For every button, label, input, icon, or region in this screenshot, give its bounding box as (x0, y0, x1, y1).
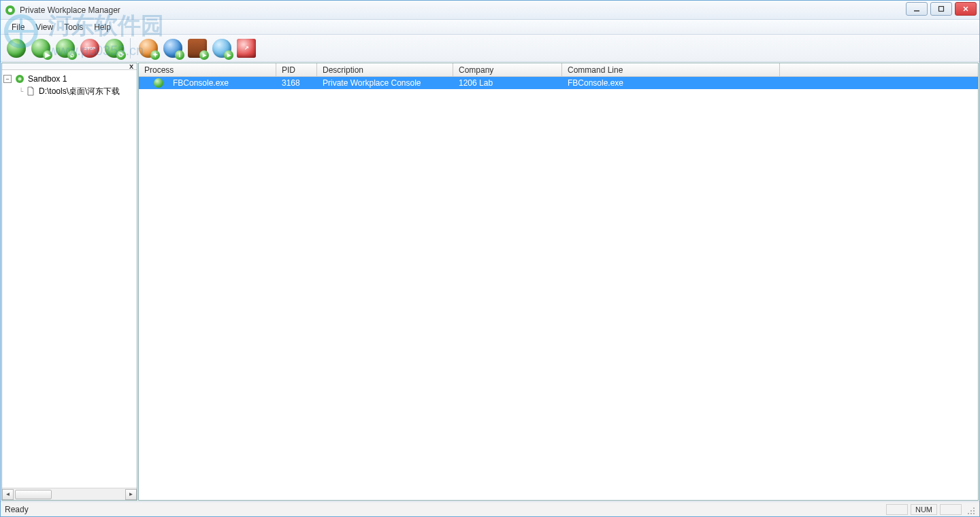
info-icon: i (163, 39, 182, 58)
process-icon (154, 78, 163, 88)
tb-refresh[interactable]: ⟳ (103, 37, 126, 60)
maximize-button[interactable] (930, 2, 952, 16)
tree-header: x (2, 63, 137, 70)
col-filler (780, 63, 978, 76)
explore-icon: ⌕ (56, 39, 75, 58)
list-header: Process PID Description Company Command … (139, 63, 978, 77)
cell-pid: 3168 (276, 78, 317, 88)
tree-child-label: D:\tools\桌面\河东下载 (39, 86, 120, 97)
sandbox-icon (14, 73, 25, 84)
minimize-button[interactable] (906, 2, 928, 16)
svg-point-12 (970, 513, 972, 514)
svg-point-13 (973, 513, 975, 514)
settings-icon: ✦ (139, 39, 158, 58)
catalog-icon: ▸ (188, 39, 207, 58)
box-icon (7, 39, 26, 58)
list-body[interactable]: FBConsole.exe 3168 Private Workplace Con… (139, 77, 978, 500)
process-row[interactable]: FBConsole.exe 3168 Private Workplace Con… (139, 77, 978, 89)
tree-hscrollbar[interactable]: ◄ ► (2, 488, 137, 500)
scroll-right-icon[interactable]: ► (125, 489, 137, 500)
tb-play-sandbox[interactable]: ▶ (29, 37, 52, 60)
pdf-icon: ↗ (237, 39, 256, 58)
svg-point-7 (18, 78, 22, 81)
svg-point-1 (8, 8, 12, 12)
menu-bar: File View Tools Help (1, 20, 979, 35)
sandbox-tree-panel: x − Sandbox 1 └ D:\tools\桌面\河东下载 (1, 63, 137, 501)
cell-description: Private Workplace Console (317, 78, 453, 88)
tree-collapse-icon[interactable]: − (3, 75, 12, 83)
menu-file[interactable]: File (6, 20, 30, 34)
toolbar-separator (130, 38, 133, 59)
cell-process: FBConsole.exe (167, 78, 276, 88)
content-area: x − Sandbox 1 └ D:\tools\桌面\河东下载 (1, 62, 979, 501)
play-icon: ▶ (31, 39, 50, 58)
tb-catalog[interactable]: ▸ (186, 37, 209, 60)
menu-view[interactable]: View (30, 20, 59, 34)
tb-stop-sandbox[interactable]: STOP (78, 37, 101, 60)
tree-root-row[interactable]: − Sandbox 1 (3, 73, 135, 85)
col-pid[interactable]: PID (276, 63, 317, 76)
tb-explore-sandbox[interactable]: ⌕ (54, 37, 77, 60)
svg-point-9 (970, 510, 972, 512)
resize-grip-icon[interactable] (964, 504, 975, 515)
tree-child-row[interactable]: └ D:\tools\桌面\河东下载 (3, 85, 135, 97)
app-icon (5, 5, 16, 16)
row-icon-cell (139, 78, 167, 88)
svg-point-8 (973, 507, 975, 509)
document-icon (25, 86, 36, 97)
title-bar: Private Workplace Manager (1, 1, 979, 20)
cell-company: 1206 Lab (453, 78, 562, 88)
col-company[interactable]: Company (453, 63, 562, 76)
scroll-thumb[interactable] (15, 490, 52, 499)
tree-branch-icon: └ (17, 88, 25, 95)
cell-command-line: FBConsole.exe (562, 78, 780, 88)
tb-new-sandbox[interactable] (5, 37, 28, 60)
scroll-left-icon[interactable]: ◄ (2, 489, 14, 500)
globe-icon: ▸ (212, 39, 231, 58)
status-bar: Ready NUM (1, 501, 979, 516)
col-description[interactable]: Description (317, 63, 453, 76)
toolbar: ▶ ⌕ STOP ⟳ ✦ i ▸ ▸ ↗ (1, 35, 979, 62)
tree-body[interactable]: − Sandbox 1 └ D:\tools\桌面\河东下载 (2, 70, 137, 488)
process-list-panel: Process PID Description Company Command … (138, 63, 979, 501)
menu-help[interactable]: Help (88, 20, 116, 34)
tb-pdf[interactable]: ↗ (235, 37, 258, 60)
tb-settings[interactable]: ✦ (137, 37, 160, 60)
window-controls (903, 2, 977, 16)
window-title: Private Workplace Manager (20, 5, 120, 15)
status-num: NUM (911, 504, 937, 515)
refresh-icon: ⟳ (105, 39, 124, 58)
stop-icon: STOP (80, 39, 99, 58)
tb-info[interactable]: i (161, 37, 184, 60)
tb-globe[interactable]: ▸ (210, 37, 233, 60)
close-button[interactable] (955, 2, 977, 16)
svg-point-11 (968, 513, 969, 514)
status-ready: Ready (5, 505, 29, 514)
status-cell-empty-1 (886, 504, 908, 515)
tree-close-button[interactable]: x (127, 62, 135, 70)
col-command-line[interactable]: Command Line (562, 63, 780, 76)
svg-point-10 (973, 510, 975, 512)
svg-rect-3 (939, 7, 944, 12)
col-process[interactable]: Process (139, 63, 276, 76)
tree-root-label: Sandbox 1 (28, 74, 67, 84)
status-cell-empty-2 (940, 504, 962, 515)
menu-tools[interactable]: Tools (59, 20, 88, 34)
